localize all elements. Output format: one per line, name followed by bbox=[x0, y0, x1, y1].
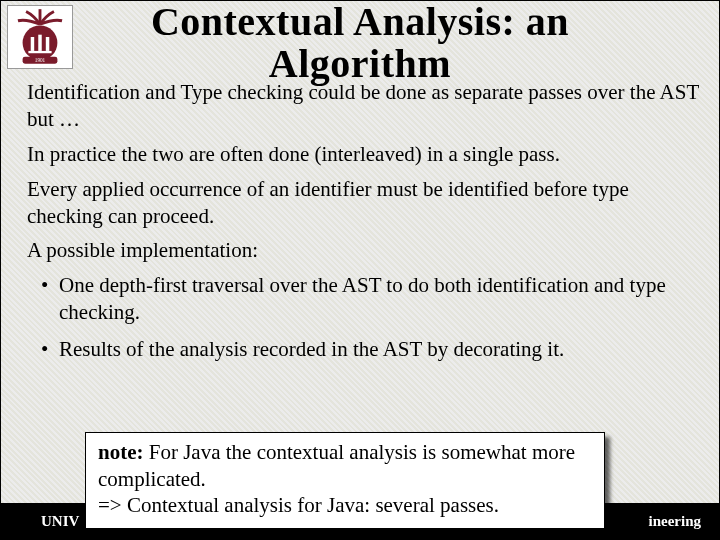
footer-right-text: ineering bbox=[649, 513, 702, 530]
svg-text:1901: 1901 bbox=[35, 57, 46, 63]
svg-rect-3 bbox=[31, 37, 34, 51]
paragraph-4: A possible implementation: bbox=[27, 237, 703, 264]
svg-rect-5 bbox=[46, 37, 49, 51]
svg-rect-4 bbox=[38, 35, 41, 51]
crest-icon: 1901 bbox=[11, 8, 69, 66]
note-line-2: => Contextual analysis for Java: several… bbox=[98, 492, 592, 518]
note-line-1-rest: For Java the contextual analysis is some… bbox=[98, 440, 575, 490]
bullet-item: One depth-first traversal over the AST t… bbox=[41, 272, 703, 326]
university-logo: 1901 bbox=[7, 5, 73, 69]
title-line-1: Contextual Analysis: an bbox=[151, 0, 569, 44]
bullet-item: Results of the analysis recorded in the … bbox=[41, 336, 703, 363]
slide: 1901 Contextual Analysis: an Algorithm I… bbox=[0, 0, 720, 540]
paragraph-3: Every applied occurrence of an identifie… bbox=[27, 176, 703, 230]
bullet-list: One depth-first traversal over the AST t… bbox=[41, 272, 703, 363]
paragraph-2: In practice the two are often done (inte… bbox=[27, 141, 703, 168]
footer-left-text: UNIV bbox=[41, 513, 79, 530]
note-box: note: For Java the contextual analysis i… bbox=[85, 432, 605, 529]
slide-body: Identification and Type checking could b… bbox=[27, 79, 703, 373]
paragraph-1: Identification and Type checking could b… bbox=[27, 79, 703, 133]
svg-rect-6 bbox=[28, 51, 51, 53]
note-line-1: note: For Java the contextual analysis i… bbox=[98, 439, 592, 492]
slide-title: Contextual Analysis: an Algorithm bbox=[1, 1, 719, 85]
note-label: note: bbox=[98, 440, 144, 464]
